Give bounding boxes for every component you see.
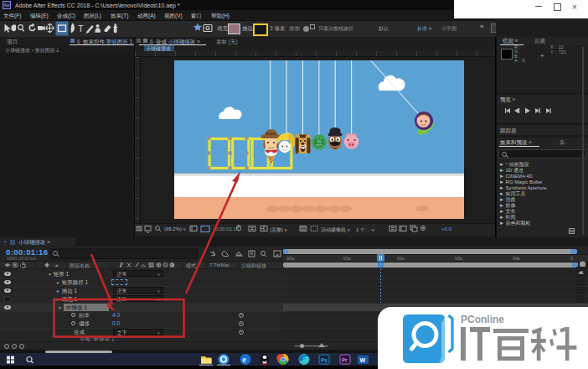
svg-text:#: # — [55, 263, 59, 268]
svg-text:W: W — [360, 357, 366, 363]
svg-text:PConline: PConline — [461, 314, 504, 325]
svg-text:T: T — [78, 23, 84, 34]
svg-text:e: e — [242, 355, 246, 364]
svg-text:fx: fx — [142, 263, 147, 268]
svg-text:Ps: Ps — [321, 357, 328, 363]
svg-text:Pr: Pr — [342, 357, 348, 363]
